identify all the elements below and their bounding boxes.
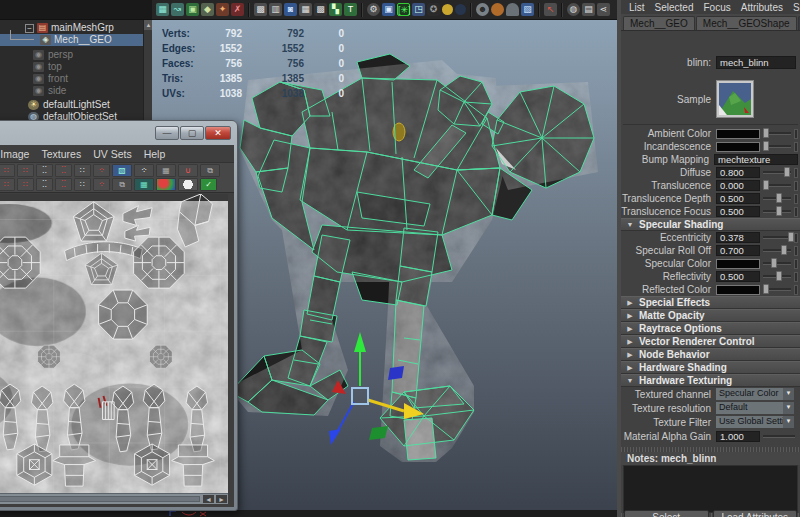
specular-color-slider[interactable]: [763, 262, 791, 265]
texture-filter-dropdown[interactable]: Use Global Settings ▼: [716, 416, 794, 428]
blue-status-icon[interactable]: [455, 4, 466, 15]
slider-handle[interactable]: [771, 258, 777, 268]
uv-texture-editor-window[interactable]: — ▢ ✕ Tool Image Textures UV Sets Help ∷…: [0, 120, 238, 511]
uv-horizontal-scrollbar[interactable]: ◄ ►: [0, 493, 228, 504]
sew-uv-edges-icon[interactable]: ⁘: [93, 164, 110, 177]
uv-snapshot-icon[interactable]: ▧: [112, 164, 132, 177]
textured-channel-dropdown[interactable]: Specular Color ▼: [716, 388, 794, 400]
slider-handle[interactable]: [776, 193, 782, 203]
slider-handle[interactable]: [763, 141, 769, 151]
yellow-status-icon[interactable]: [442, 4, 453, 15]
input-connections-icon[interactable]: ▩: [254, 3, 267, 16]
unfold-icon[interactable]: ∷: [74, 178, 91, 191]
display-off-icon[interactable]: ▩: [314, 3, 327, 16]
outliner-item-persp[interactable]: ◉ persp: [0, 49, 152, 61]
new-scene-icon[interactable]: ▤: [582, 3, 595, 16]
snap-to-grid-icon[interactable]: ▦: [156, 3, 169, 16]
slider-handle[interactable]: [776, 206, 782, 216]
flip-shell-v-icon[interactable]: ∷: [17, 178, 34, 191]
ipr-render-icon[interactable]: ◳: [412, 3, 425, 16]
slider-handle[interactable]: [776, 271, 782, 281]
specular-color-swatch[interactable]: [716, 259, 760, 269]
material-alpha-gain-slider[interactable]: [763, 435, 795, 438]
snap-to-view-plane-icon[interactable]: ◆: [201, 3, 214, 16]
minimize-icon[interactable]: —: [155, 126, 179, 140]
make-object-live-icon[interactable]: ✦: [216, 3, 229, 16]
incandescence-slider[interactable]: [763, 145, 791, 148]
snap-to-curve-icon[interactable]: ↝: [171, 3, 184, 16]
yz-plane-handle[interactable]: [388, 366, 404, 380]
move-uv-shell-icon[interactable]: ⁘: [134, 164, 154, 177]
viewport-layout-icon[interactable]: ▚: [329, 3, 342, 16]
slider-handle[interactable]: [784, 167, 790, 177]
select-button[interactable]: Select: [624, 510, 709, 517]
section-hardware-texturing[interactable]: ▼ Hardware Texturing: [621, 374, 800, 387]
menu-show[interactable]: Show: [788, 2, 800, 13]
copy-uvs-icon[interactable]: ⧉: [200, 164, 220, 177]
hypergraph-icon[interactable]: ◙: [284, 3, 297, 16]
menu-image[interactable]: Image: [0, 148, 35, 160]
menu-help[interactable]: Help: [138, 148, 172, 160]
outliner-item-mech-geo[interactable]: ◈ Mech__GEO: [0, 34, 152, 46]
flip-v-icon[interactable]: ∷: [17, 164, 34, 177]
specular-roll-off-field[interactable]: [716, 245, 760, 256]
material-alpha-gain-field[interactable]: [716, 431, 760, 442]
window-titlebar[interactable]: — ▢ ✕: [0, 121, 237, 145]
rgb-channels-icon[interactable]: ●: [156, 178, 176, 191]
half-sphere-icon[interactable]: [506, 3, 519, 16]
translucence-slider[interactable]: [763, 184, 791, 187]
diffuse-field[interactable]: [716, 167, 760, 178]
section-raytrace-options[interactable]: ▶ Raytrace Options: [621, 322, 800, 335]
scrollbar-track[interactable]: [0, 496, 200, 502]
section-hardware-shading[interactable]: ▶ Hardware Shading: [621, 361, 800, 374]
bump-mapping-field[interactable]: [714, 154, 798, 165]
node-name-field[interactable]: [716, 56, 796, 69]
translucence-focus-slider[interactable]: [763, 210, 791, 213]
flip-shell-u-icon[interactable]: ∷: [0, 178, 15, 191]
ambient-color-swatch[interactable]: [716, 129, 760, 139]
translucence-field[interactable]: [716, 180, 760, 191]
snap-to-point-icon[interactable]: ▣: [186, 3, 199, 16]
blue-cube-icon[interactable]: ▧: [521, 3, 534, 16]
translucence-focus-field[interactable]: [716, 206, 760, 217]
menu-focus[interactable]: Focus: [698, 2, 735, 13]
outliner-item-side[interactable]: ◉ side: [0, 85, 152, 97]
outliner-item-defaultlightset[interactable]: ☀ defaultLightSet: [0, 99, 152, 111]
load-attributes-button[interactable]: Load Attributes: [713, 510, 798, 517]
map-button[interactable]: [794, 142, 798, 152]
z-axis-arrow[interactable]: [329, 429, 341, 445]
rotate-uv-ccw-icon[interactable]: ⁚⁚: [36, 164, 53, 177]
map-button[interactable]: [794, 129, 798, 139]
material-sample-swatch[interactable]: [716, 80, 754, 118]
reflected-color-slider[interactable]: [763, 288, 791, 291]
map-button[interactable]: [794, 272, 798, 282]
cut-uv-edges-icon[interactable]: ∷: [74, 164, 91, 177]
map-button[interactable]: [794, 181, 798, 191]
tab-mech-geoshape[interactable]: Mech__GEOShape: [696, 16, 797, 30]
uv-lattice-icon[interactable]: ∪: [178, 164, 198, 177]
outliner-item-front[interactable]: ◉ front: [0, 73, 152, 85]
specular-roll-off-slider[interactable]: [763, 249, 791, 252]
relax-icon[interactable]: ⁘: [93, 178, 110, 191]
align-v-icon[interactable]: ⁚⁚: [55, 178, 72, 191]
diffuse-slider[interactable]: [763, 171, 791, 174]
section-vector-renderer-control[interactable]: ▶ Vector Renderer Control: [621, 335, 800, 348]
web-browser-icon[interactable]: ◍: [567, 3, 580, 16]
maximize-icon[interactable]: ▢: [180, 126, 204, 140]
menu-attributes[interactable]: Attributes: [736, 2, 788, 13]
manipulator-center-handle[interactable]: [352, 388, 368, 404]
map-button[interactable]: [794, 259, 798, 269]
isolate-select-icon[interactable]: ✓: [200, 178, 217, 191]
map-button[interactable]: [794, 246, 798, 256]
menu-uv-sets[interactable]: UV Sets: [87, 148, 138, 160]
ambient-color-slider[interactable]: [763, 132, 791, 135]
texture-resolution-dropdown[interactable]: Default ▼: [716, 402, 794, 414]
eccentricity-field[interactable]: [716, 232, 760, 243]
section-specular-shading[interactable]: ▼ Specular Shading: [621, 218, 800, 231]
tab-mech-geo[interactable]: Mech__GEO: [623, 16, 695, 30]
translucence-depth-slider[interactable]: [763, 197, 791, 200]
reflectivity-slider[interactable]: [763, 275, 791, 278]
orange-sphere-icon[interactable]: [491, 3, 504, 16]
incandescence-swatch[interactable]: [716, 142, 760, 152]
slider-handle[interactable]: [788, 232, 794, 242]
